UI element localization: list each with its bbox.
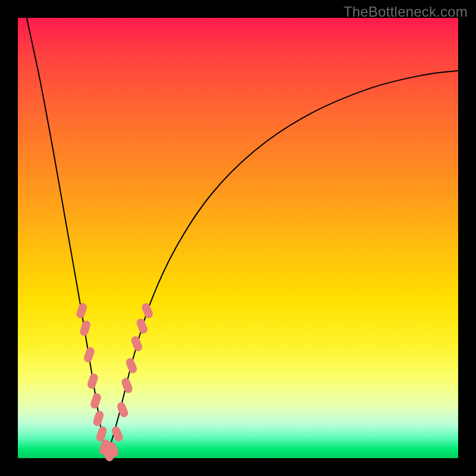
highlight-beads-group: [76, 302, 154, 462]
highlight-bead: [140, 302, 154, 319]
highlight-bead: [116, 401, 130, 418]
highlight-bead: [130, 335, 143, 352]
highlight-bead: [135, 317, 149, 334]
bottleneck-curve: [27, 18, 458, 455]
chart-svg: [18, 18, 458, 458]
highlight-bead: [120, 377, 134, 394]
highlight-bead: [89, 392, 102, 409]
highlight-bead: [92, 410, 105, 427]
highlight-bead: [79, 320, 92, 337]
highlight-bead: [125, 357, 139, 374]
highlight-bead: [76, 302, 88, 320]
chart-plot-area: [18, 18, 458, 458]
highlight-bead: [86, 372, 99, 390]
highlight-bead: [83, 346, 95, 364]
highlight-bead: [111, 425, 124, 443]
